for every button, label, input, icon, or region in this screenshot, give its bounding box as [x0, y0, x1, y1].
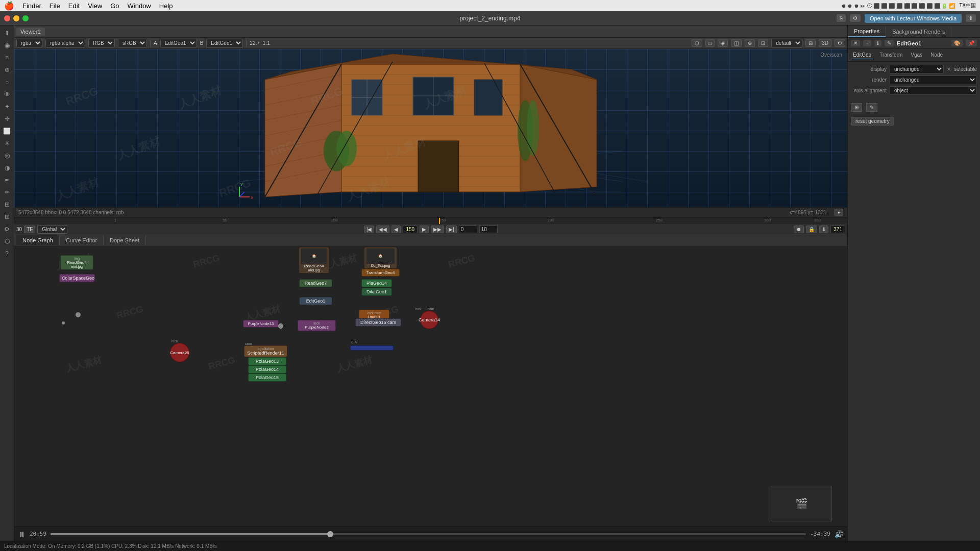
play-pause-button[interactable]: ⏸ [18, 530, 26, 538]
tool-pen[interactable]: ✒ [2, 174, 13, 186]
tool-gear[interactable]: ⚙ [2, 223, 13, 235]
node-plageo14[interactable]: PlaGeo14 [361, 279, 392, 287]
tab-dope-sheet[interactable]: Dope Sheet [104, 235, 146, 245]
skip-back-btn[interactable]: ◀◀ [376, 226, 389, 233]
prev-btn[interactable]: |◀ [364, 226, 375, 233]
share-icon[interactable]: ⬆ [966, 14, 976, 22]
tool-radiate[interactable]: ✳ [2, 138, 13, 149]
menu-go[interactable]: Go [110, 2, 119, 10]
tool-eye[interactable]: 👁 [2, 89, 13, 100]
timeline-bar[interactable]: 1 50 100 150 200 250 300 350 [14, 218, 847, 224]
render-select-prop[interactable]: unchanged [890, 76, 977, 84]
icon-btn-b[interactable]: ✎ [866, 103, 877, 112]
render-select[interactable]: default [771, 39, 802, 47]
tool-menu[interactable]: ≡ [2, 52, 13, 63]
scope-select[interactable]: Global [37, 225, 67, 234]
node-camera14[interactable]: Camera14 [420, 311, 438, 329]
icon-btn-4[interactable]: ◫ [731, 39, 742, 47]
icon-btn-3[interactable]: ◈ [718, 39, 728, 47]
menu-window[interactable]: Window [128, 2, 151, 10]
play-loop-btn[interactable]: ▶▶ [431, 226, 444, 233]
apple-menu[interactable]: 🍎 [4, 1, 14, 11]
rec-btn[interactable]: ⏺ [794, 226, 804, 233]
selectable-x-icon[interactable]: ✕ [947, 66, 951, 72]
progress-bar[interactable] [51, 533, 806, 535]
tool-target[interactable]: ◎ [2, 150, 13, 161]
node-polageo14[interactable]: PolaGeo14 [248, 365, 286, 373]
maximize-button[interactable] [22, 15, 29, 21]
node-readgeo-top[interactable]: img ReadGeo4 and.jpg [60, 255, 93, 270]
subtab-vgas[interactable]: Vgas [909, 51, 924, 59]
subtab-transform[interactable]: Transform [877, 51, 904, 59]
menu-file[interactable]: File [50, 2, 60, 10]
tool-pencil[interactable]: ✏ [2, 187, 13, 198]
color-panel-btn[interactable]: 🎨 [951, 40, 963, 46]
tool-eye2[interactable]: ◑ [2, 162, 13, 173]
step-input[interactable] [479, 226, 498, 233]
next-btn[interactable]: ▶| [446, 226, 457, 233]
tool-move[interactable]: ✛ [2, 113, 13, 124]
menu-finder[interactable]: Finder [22, 2, 41, 10]
menu-view[interactable]: View [88, 2, 102, 10]
subtab-editgeo[interactable]: EditGeo [851, 51, 873, 59]
node-a-select[interactable]: EditGeo1 [160, 39, 197, 47]
volume-button[interactable]: 🔊 [835, 530, 843, 538]
icon-btn-1[interactable]: ⬡ [692, 39, 702, 47]
minimize-panel-btn[interactable]: − [863, 40, 871, 46]
skip-input[interactable] [459, 226, 477, 233]
tool-zoom[interactable]: ⊕ [2, 64, 13, 76]
node-camera25[interactable]: Camera25 [170, 343, 189, 362]
tool-plus[interactable]: ⊞ [2, 211, 13, 222]
subtab-node[interactable]: Node [928, 51, 945, 59]
open-with-button[interactable]: Open with Lecteur Windows Media [865, 14, 962, 23]
node-polageo13[interactable]: PolaGeo13 [248, 357, 286, 365]
channel-select[interactable]: rgba [16, 39, 42, 47]
tool-view[interactable]: ◉ [2, 40, 13, 51]
alpha-select[interactable]: rgba.alpha [45, 39, 85, 47]
node-graph[interactable]: 人人素材 RRCG 人人素材 RRCG RRCG 人人素材 RRCG 人人素材 … [14, 246, 847, 527]
node-transformgeo4[interactable]: TransformGeo4 [361, 269, 400, 277]
progress-thumb[interactable] [327, 531, 333, 537]
axis-select[interactable]: object [890, 86, 977, 95]
gamma-select[interactable]: sRGB [118, 39, 147, 47]
node-purple-right[interactable]: lock PurpleNode2 [298, 320, 336, 331]
copy-icon[interactable]: ⎘ [837, 14, 846, 22]
minimize-button[interactable] [13, 15, 19, 21]
tool-star[interactable]: ✦ [2, 101, 13, 112]
render-btn[interactable]: ⊟ [805, 39, 816, 47]
menu-edit[interactable]: Edit [68, 2, 80, 10]
tab-node-graph[interactable]: Node Graph [16, 235, 60, 245]
icon-btn-2[interactable]: □ [705, 39, 715, 47]
node-scriptedrender[interactable]: bg dilution ScriptedRender11 [244, 345, 287, 357]
status-dropdown[interactable]: ▾ [835, 209, 843, 216]
node-directgeo15[interactable]: DirectGeo15 cam [355, 318, 401, 327]
tool-question[interactable]: ? [2, 248, 13, 259]
node-b-select[interactable]: EditGeo1 [206, 39, 243, 47]
settings-viewer-btn[interactable]: ⚙ [835, 39, 845, 47]
close-panel-btn[interactable]: ✕ [851, 40, 860, 46]
node-img-top-right[interactable]: 🏠 DL_Tex.png [364, 247, 397, 269]
menu-help[interactable]: Help [159, 2, 173, 10]
node-polageo15[interactable]: PolaGeo15 [248, 373, 286, 382]
pin-panel-btn[interactable]: 📌 [966, 40, 977, 46]
node-blue-bar[interactable] [350, 345, 394, 350]
playhead[interactable] [439, 218, 440, 224]
lock-btn[interactable]: 🔒 [806, 226, 817, 233]
display-select[interactable]: unchanged [890, 65, 944, 73]
reset-geometry-btn[interactable]: reset geometry [851, 117, 894, 126]
colorspace-select[interactable]: RGB [88, 39, 115, 47]
node-readgeo7[interactable]: ReadGeo7 [299, 279, 332, 287]
tool-cube[interactable]: ⬜ [2, 126, 13, 137]
step-back-btn[interactable]: ◀ [391, 226, 401, 233]
viewer-tab[interactable]: Viewer1 [16, 28, 45, 36]
icon-btn-5[interactable]: ⊕ [745, 39, 755, 47]
info-panel-btn[interactable]: ℹ [874, 40, 881, 46]
tab-properties[interactable]: Properties [848, 26, 886, 37]
view3d-btn[interactable]: 3D [819, 39, 831, 47]
close-button[interactable] [4, 15, 10, 21]
icon-btn-6[interactable]: ⊡ [758, 39, 768, 47]
play-btn[interactable]: ▶ [420, 226, 429, 233]
tab-bg-renders[interactable]: Background Renders [886, 27, 951, 37]
icon-btn-a[interactable]: ⊞ [851, 103, 862, 112]
settings-icon[interactable]: ⚙ [850, 14, 861, 22]
